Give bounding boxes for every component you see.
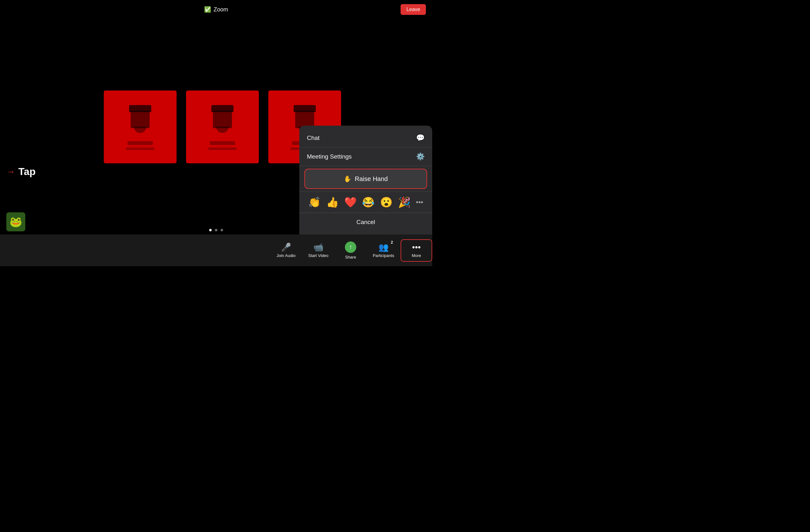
start-video-icon: 📹 [313, 243, 323, 251]
join-audio-button[interactable]: 🎤 Join Audio [270, 240, 302, 261]
chat-icon: 💬 [416, 134, 425, 142]
raise-hand-button[interactable]: ✋ Raise Hand [304, 169, 427, 189]
user-avatar: 🐸 [6, 212, 25, 231]
reaction-laugh[interactable]: 😂 [362, 196, 375, 208]
meeting-title: Zoom [214, 6, 228, 13]
cancel-label: Cancel [356, 219, 375, 226]
share-button[interactable]: ↑ Share [335, 238, 367, 263]
join-audio-label: Join Audio [277, 253, 295, 258]
more-icon: ••• [412, 243, 421, 251]
chat-label: Chat [307, 134, 320, 142]
dot-1 [209, 229, 212, 231]
reactions-row: 👏 👍 ❤️ 😂 😮 🎉 ••• [299, 192, 432, 213]
meeting-settings-label: Meeting Settings [307, 153, 352, 160]
more-label: More [412, 253, 421, 258]
more-button[interactable]: ••• More [401, 239, 432, 262]
shield-icon: ✅ [204, 6, 211, 13]
chat-row[interactable]: Chat 💬 [299, 129, 432, 147]
reaction-heart[interactable]: ❤️ [344, 196, 357, 208]
participants-label: Participants [373, 253, 394, 258]
settings-icon: ⚙️ [416, 152, 425, 161]
tap-instruction: → Tap [6, 166, 36, 178]
raise-hand-label: Raise Hand [355, 175, 388, 182]
tap-arrow-icon: → [6, 167, 15, 177]
video-tile-2 [186, 91, 259, 163]
reaction-clap[interactable]: 👏 [308, 196, 321, 208]
tap-text: Tap [18, 166, 36, 178]
raise-hand-emoji: ✋ [344, 175, 352, 182]
leave-button[interactable]: Leave [401, 4, 426, 15]
zoom-title: ✅ Zoom [204, 6, 228, 13]
start-video-label: Start Video [308, 253, 328, 258]
reaction-party[interactable]: 🎉 [398, 196, 411, 208]
meeting-settings-row[interactable]: Meeting Settings ⚙️ [299, 147, 432, 166]
bottom-toolbar: 🎤 Join Audio 📹 Start Video ↑ Share 👥2 Pa… [0, 235, 432, 266]
dot-2 [215, 229, 217, 231]
join-audio-icon: 🎤 [281, 243, 291, 251]
start-video-button[interactable]: 📹 Start Video [302, 240, 335, 261]
share-icon: ↑ [345, 241, 356, 253]
reaction-wow[interactable]: 😮 [380, 196, 393, 208]
participants-icon: 👥2 [378, 243, 389, 251]
cancel-button[interactable]: Cancel [299, 213, 432, 231]
pagination-dots [209, 229, 223, 231]
top-bar: ✅ Zoom Leave [0, 0, 432, 19]
share-label: Share [345, 255, 356, 259]
video-tile-1 [104, 91, 177, 163]
more-panel: Chat 💬 Meeting Settings ⚙️ ✋ Raise Hand … [299, 126, 432, 235]
reaction-more-button[interactable]: ••• [416, 198, 423, 206]
participants-button[interactable]: 👥2 Participants [367, 240, 401, 261]
reaction-thumbsup[interactable]: 👍 [326, 196, 339, 208]
dot-3 [221, 229, 223, 231]
